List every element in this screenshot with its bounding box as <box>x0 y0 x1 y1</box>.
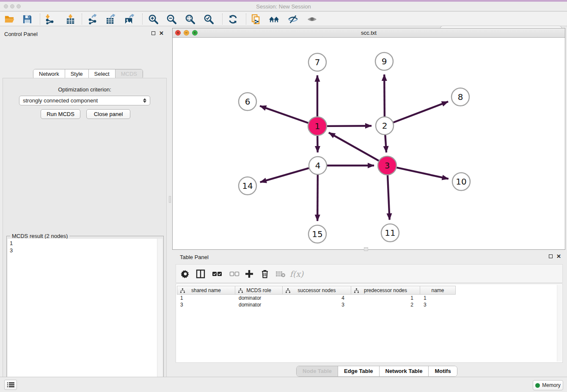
table-body: 1dominator4113dominator323 <box>177 295 561 308</box>
edge-4-15[interactable] <box>317 175 318 221</box>
graph-node-14[interactable]: 14 <box>239 177 256 195</box>
edge-3-10[interactable] <box>396 168 448 179</box>
cell-name[interactable]: 1 <box>420 295 456 301</box>
svg-text:11: 11 <box>385 228 395 238</box>
mcds-result-text[interactable]: 13 <box>8 239 157 392</box>
cell-shared-name[interactable]: 3 <box>177 301 235 308</box>
tab-edge-table[interactable]: Edge Table <box>338 366 379 376</box>
list-icon <box>7 382 14 388</box>
column-header-name[interactable]: name <box>420 286 456 295</box>
optimization-label: Optimization criterion: <box>3 86 166 93</box>
select-stepper-icon <box>143 98 146 103</box>
graph-node-9[interactable]: 9 <box>375 52 393 70</box>
graph-node-15[interactable]: 15 <box>308 225 326 243</box>
tab-select[interactable]: Select <box>88 69 115 79</box>
mcds-result-box: MCDS result (2 nodes) 13 <box>6 236 164 392</box>
svg-text:2: 2 <box>382 121 388 131</box>
close-panel-icon[interactable]: ✕ <box>159 31 164 35</box>
zoom-fit-icon[interactable] <box>184 14 195 25</box>
edge-3-11[interactable] <box>388 175 390 220</box>
result-scrollbar[interactable] <box>157 239 162 392</box>
memory-button[interactable]: Memory <box>533 380 563 390</box>
cell-successor-nodes[interactable]: 4 <box>283 295 351 301</box>
tab-network[interactable]: Network <box>33 69 65 79</box>
edge-4-14[interactable] <box>260 168 309 182</box>
result-line: 1 <box>10 240 157 247</box>
tab-motifs[interactable]: Motifs <box>428 366 457 376</box>
hide-eye-icon[interactable] <box>287 14 298 25</box>
edge-2-3[interactable] <box>385 135 386 152</box>
cell-successor-nodes[interactable]: 3 <box>283 301 351 308</box>
graph-node-1[interactable]: 1 <box>308 117 327 135</box>
table-row[interactable]: 1dominator411 <box>177 295 561 301</box>
column-header-shared-name[interactable]: shared name <box>177 286 235 295</box>
vertical-splitter-handle[interactable] <box>169 196 171 203</box>
delete-icon[interactable] <box>259 268 271 280</box>
status-bar: Memory <box>0 377 567 392</box>
add-column-icon[interactable] <box>243 268 255 280</box>
cell-predecessor-nodes[interactable]: 1 <box>351 295 420 301</box>
deselect-all-icon[interactable] <box>228 268 240 280</box>
memory-status-icon <box>535 383 540 388</box>
graph-node-7[interactable]: 7 <box>308 53 326 71</box>
svg-text:7: 7 <box>315 57 320 67</box>
zoom-in-icon[interactable] <box>148 14 159 25</box>
svg-text:4: 4 <box>315 160 321 171</box>
network-canvas[interactable]: 7968124314101511 <box>173 38 565 249</box>
tab-mcds[interactable]: MCDS <box>115 69 143 79</box>
column-header-MCDS-role[interactable]: MCDS role <box>235 286 283 295</box>
task-history-button[interactable] <box>4 380 17 390</box>
export-network-icon[interactable] <box>87 14 98 25</box>
column-header-predecessor-nodes[interactable]: predecessor nodes <box>351 286 420 295</box>
cell-name[interactable]: 3 <box>420 301 456 308</box>
export-image-icon[interactable] <box>124 14 135 25</box>
optimization-criterion-select[interactable]: strongly connected component <box>19 96 150 105</box>
edge-1-2[interactable] <box>327 126 372 126</box>
clone-network-icon[interactable] <box>250 14 261 25</box>
import-table-icon[interactable] <box>65 14 76 25</box>
graph-node-6[interactable]: 6 <box>239 93 256 110</box>
eye-icon[interactable] <box>306 14 317 25</box>
zoom-out-icon[interactable] <box>166 14 177 25</box>
tab-node-table[interactable]: Node Table <box>297 366 338 376</box>
open-folder-icon[interactable] <box>4 14 15 25</box>
zoom-selected-icon[interactable] <box>203 14 214 25</box>
close-table-panel-icon[interactable]: ✕ <box>556 254 561 258</box>
run-mcds-button[interactable]: Run MCDS <box>41 109 80 119</box>
close-panel-button[interactable]: Close panel <box>86 109 130 119</box>
network-title: scc.txt <box>173 30 565 36</box>
cell-predecessor-nodes[interactable]: 2 <box>351 301 420 308</box>
svg-text:6: 6 <box>245 97 250 107</box>
float-table-panel-icon[interactable] <box>549 254 553 258</box>
save-icon[interactable] <box>22 14 33 25</box>
select-all-icon[interactable] <box>211 268 223 280</box>
import-network-icon[interactable] <box>44 14 55 25</box>
graph-node-11[interactable]: 11 <box>381 224 399 242</box>
horizontal-splitter-handle[interactable] <box>364 247 368 251</box>
cell-MCDS-role[interactable]: dominator <box>235 295 283 301</box>
cell-shared-name[interactable]: 1 <box>177 295 235 301</box>
edge-2-8[interactable] <box>394 102 448 122</box>
edge-3-1[interactable] <box>329 133 379 161</box>
graph-node-2[interactable]: 2 <box>376 117 394 135</box>
graph-node-8[interactable]: 8 <box>451 88 469 106</box>
split-columns-icon[interactable] <box>195 268 206 280</box>
refresh-layout-icon[interactable] <box>227 14 238 25</box>
edge-2-9[interactable] <box>384 75 385 116</box>
graph-node-10[interactable]: 10 <box>452 173 470 190</box>
column-header-successor-nodes[interactable]: successor nodes <box>283 286 351 295</box>
graph-node-4[interactable]: 4 <box>309 157 327 174</box>
control-panel: Control Panel ✕ NetworkStyleSelectMCDS O… <box>0 28 169 377</box>
edge-1-6[interactable] <box>260 106 308 123</box>
network-window-titlebar: × − + scc.txt <box>173 28 565 38</box>
table-row[interactable]: 3dominator323 <box>177 301 561 308</box>
tab-network-table[interactable]: Network Table <box>379 366 429 376</box>
export-table-icon[interactable] <box>105 14 116 25</box>
cell-MCDS-role[interactable]: dominator <box>235 301 283 308</box>
graph-node-3[interactable]: 3 <box>378 156 396 175</box>
gear-icon[interactable] <box>179 268 191 280</box>
home-icon[interactable] <box>269 14 280 25</box>
float-panel-icon[interactable] <box>151 31 155 35</box>
tab-style[interactable]: Style <box>65 69 88 79</box>
table-scrollbar[interactable] <box>557 285 562 362</box>
